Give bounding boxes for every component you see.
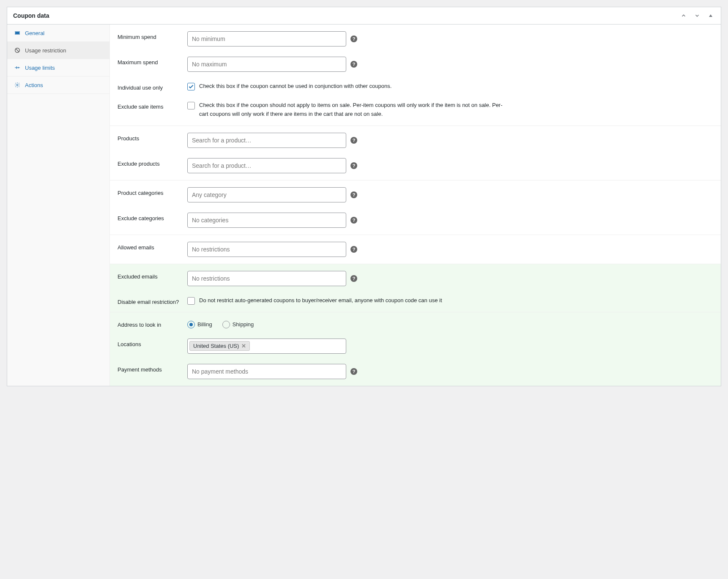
adjust-icon (14, 64, 21, 71)
individual-use-checkbox[interactable] (187, 83, 195, 90)
tab-usage-limits[interactable]: Usage limits (7, 59, 109, 76)
help-icon[interactable]: ? (350, 191, 357, 198)
disable-email-restriction-checkbox[interactable] (187, 297, 195, 305)
tab-usage-restriction[interactable]: Usage restriction (7, 42, 109, 59)
individual-use-text: Check this box if the coupon cannot be u… (199, 82, 391, 91)
radio-shipping-label: Shipping (233, 321, 254, 328)
product-categories-select[interactable]: Any category (187, 187, 346, 202)
help-icon[interactable]: ? (350, 137, 357, 144)
individual-use-label: Individual use only (118, 82, 183, 91)
excluded-emails-input[interactable] (187, 271, 346, 286)
products-input[interactable] (187, 133, 346, 148)
section-address-location: Address to look in Billing Shipping (110, 312, 721, 386)
help-icon[interactable]: ? (350, 217, 357, 224)
exclude-products-input[interactable] (187, 158, 346, 173)
help-icon[interactable]: ? (350, 36, 357, 42)
section-products: Products ? Exclude products ? (110, 126, 721, 180)
help-icon[interactable]: ? (350, 246, 357, 253)
coupon-data-panel: Coupon data General (7, 7, 721, 386)
tab-label: Usage restriction (25, 47, 66, 54)
location-tag: United States (US) ✕ (189, 341, 250, 351)
tab-actions[interactable]: Actions (7, 76, 109, 94)
excluded-emails-label: Excluded emails (118, 271, 183, 280)
panel-toggle[interactable] (706, 11, 715, 20)
product-categories-label: Product categories (118, 187, 183, 196)
tab-label: Usage limits (25, 65, 55, 71)
section-allowed-emails: Allowed emails ? (110, 235, 721, 264)
radio-billing-control[interactable] (187, 321, 195, 328)
section-categories: Product categories Any category ? Exclud… (110, 180, 721, 235)
panel-move-up[interactable] (679, 11, 688, 20)
close-icon[interactable]: ✕ (241, 343, 246, 349)
products-label: Products (118, 133, 183, 142)
location-tag-label: United States (US) (193, 343, 239, 349)
panel-header: Coupon data (7, 7, 721, 25)
section-excluded-emails: Excluded emails ? Disable email restrict… (110, 264, 721, 312)
payment-methods-label: Payment methods (118, 364, 183, 373)
panel-title: Coupon data (13, 12, 49, 19)
allowed-emails-label: Allowed emails (118, 242, 183, 251)
help-icon[interactable]: ? (350, 162, 357, 169)
exclude-sale-text: Check this box if the coupon should not … (199, 101, 504, 119)
panel-move-down[interactable] (693, 11, 701, 20)
allowed-emails-input[interactable] (187, 242, 346, 257)
panel-body: General Usage restriction Usage limits A… (7, 25, 721, 386)
radio-billing-label: Billing (197, 321, 212, 328)
help-icon[interactable]: ? (350, 368, 357, 375)
exclude-sale-label: Exclude sale items (118, 101, 183, 110)
svg-point-6 (16, 84, 18, 86)
exclude-categories-label: Exclude categories (118, 213, 183, 221)
locations-select[interactable]: United States (US) ✕ (187, 339, 346, 354)
ban-icon (14, 47, 21, 54)
payment-methods-select[interactable]: No payment methods (187, 364, 346, 379)
tab-general[interactable]: General (7, 25, 109, 42)
radio-billing[interactable]: Billing (187, 321, 212, 328)
minimum-spend-label: Minimum spend (118, 31, 183, 40)
tab-label: General (25, 30, 44, 36)
address-to-look-label: Address to look in (118, 319, 183, 328)
tabs-sidebar: General Usage restriction Usage limits A… (7, 25, 110, 386)
tab-label: Actions (25, 82, 43, 88)
ticket-icon (14, 30, 21, 36)
radio-shipping-control[interactable] (222, 321, 230, 328)
maximum-spend-input[interactable] (187, 57, 346, 72)
locations-label: Locations (118, 339, 183, 347)
gear-icon (14, 82, 21, 88)
exclude-sale-checkbox[interactable] (187, 102, 195, 109)
svg-line-2 (16, 49, 19, 52)
disable-email-restriction-label: Disable email restriction? (118, 296, 183, 305)
exclude-categories-select[interactable]: No categories (187, 213, 346, 228)
panel-controls (679, 11, 715, 20)
content-area: Minimum spend ? Maximum spend ? Individu… (110, 25, 721, 386)
radio-shipping[interactable]: Shipping (222, 321, 254, 328)
disable-email-restriction-text: Do not restrict auto-generated coupons t… (199, 296, 442, 305)
exclude-products-label: Exclude products (118, 158, 183, 167)
help-icon[interactable]: ? (350, 275, 357, 282)
maximum-spend-label: Maximum spend (118, 57, 183, 66)
minimum-spend-input[interactable] (187, 31, 346, 46)
section-spend: Minimum spend ? Maximum spend ? Individu… (110, 25, 721, 126)
svg-marker-0 (709, 14, 712, 17)
help-icon[interactable]: ? (350, 61, 357, 68)
